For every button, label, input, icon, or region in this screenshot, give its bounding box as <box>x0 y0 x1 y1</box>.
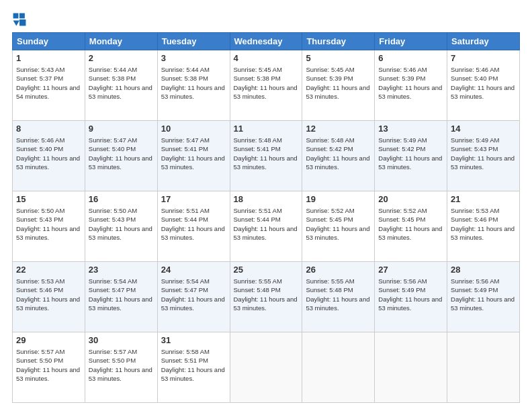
header <box>12 12 520 27</box>
calendar-day-header: Wednesday <box>230 33 302 50</box>
day-number: 11 <box>234 123 299 135</box>
day-number: 7 <box>451 52 516 64</box>
calendar-day-header: Tuesday <box>157 33 230 50</box>
day-number: 27 <box>378 264 443 276</box>
cell-text: Sunrise: 5:46 AMSunset: 5:40 PMDaylight:… <box>451 66 515 101</box>
day-number: 13 <box>378 123 443 135</box>
calendar-cell: 18 Sunrise: 5:51 AMSunset: 5:44 PMDaylig… <box>230 191 302 262</box>
cell-text: Sunrise: 5:56 AMSunset: 5:49 PMDaylight:… <box>451 277 515 312</box>
day-number: 1 <box>16 52 81 64</box>
cell-text: Sunrise: 5:44 AMSunset: 5:38 PMDaylight:… <box>89 66 152 101</box>
day-number: 19 <box>306 193 371 205</box>
cell-text: Sunrise: 5:48 AMSunset: 5:41 PMDaylight:… <box>234 136 298 171</box>
calendar-cell: 30 Sunrise: 5:57 AMSunset: 5:50 PMDaylig… <box>85 332 157 403</box>
day-number: 29 <box>16 334 81 347</box>
calendar-cell: 4 Sunrise: 5:45 AMSunset: 5:38 PMDayligh… <box>230 50 302 121</box>
calendar-cell <box>375 332 447 403</box>
calendar-cell: 2 Sunrise: 5:44 AMSunset: 5:38 PMDayligh… <box>85 50 157 121</box>
cell-text: Sunrise: 5:47 AMSunset: 5:41 PMDaylight:… <box>161 136 225 171</box>
cell-text: Sunrise: 5:45 AMSunset: 5:39 PMDaylight:… <box>306 66 369 101</box>
day-number: 8 <box>16 123 81 135</box>
calendar-cell: 27 Sunrise: 5:56 AMSunset: 5:49 PMDaylig… <box>375 262 447 332</box>
cell-text: Sunrise: 5:55 AMSunset: 5:48 PMDaylight:… <box>306 277 369 312</box>
calendar-week-row: 22 Sunrise: 5:53 AMSunset: 5:46 PMDaylig… <box>13 262 520 332</box>
calendar-cell: 16 Sunrise: 5:50 AMSunset: 5:43 PMDaylig… <box>85 191 157 262</box>
calendar-cell: 5 Sunrise: 5:45 AMSunset: 5:39 PMDayligh… <box>302 50 375 121</box>
cell-text: Sunrise: 5:53 AMSunset: 5:46 PMDaylight:… <box>16 277 80 312</box>
calendar-cell: 7 Sunrise: 5:46 AMSunset: 5:40 PMDayligh… <box>447 50 520 121</box>
day-number: 26 <box>306 264 371 276</box>
calendar-week-row: 15 Sunrise: 5:50 AMSunset: 5:43 PMDaylig… <box>13 191 520 262</box>
cell-text: Sunrise: 5:52 AMSunset: 5:45 PMDaylight:… <box>306 207 369 242</box>
day-number: 25 <box>234 264 299 276</box>
day-number: 3 <box>161 52 226 64</box>
calendar-cell: 24 Sunrise: 5:54 AMSunset: 5:47 PMDaylig… <box>157 262 230 332</box>
calendar-cell: 25 Sunrise: 5:55 AMSunset: 5:48 PMDaylig… <box>230 262 302 332</box>
calendar-cell: 19 Sunrise: 5:52 AMSunset: 5:45 PMDaylig… <box>302 191 375 262</box>
cell-text: Sunrise: 5:57 AMSunset: 5:50 PMDaylight:… <box>16 348 80 383</box>
calendar-cell: 31 Sunrise: 5:58 AMSunset: 5:51 PMDaylig… <box>157 332 230 403</box>
calendar-cell: 29 Sunrise: 5:57 AMSunset: 5:50 PMDaylig… <box>13 332 85 403</box>
calendar-header-row: SundayMondayTuesdayWednesdayThursdayFrid… <box>13 33 520 50</box>
cell-text: Sunrise: 5:49 AMSunset: 5:43 PMDaylight:… <box>451 136 515 171</box>
logo-icon <box>12 12 27 27</box>
calendar-cell: 14 Sunrise: 5:49 AMSunset: 5:43 PMDaylig… <box>447 121 520 191</box>
calendar-cell: 3 Sunrise: 5:44 AMSunset: 5:38 PMDayligh… <box>157 50 230 121</box>
calendar-cell: 9 Sunrise: 5:47 AMSunset: 5:40 PMDayligh… <box>85 121 157 191</box>
day-number: 18 <box>234 193 299 205</box>
calendar-cell: 11 Sunrise: 5:48 AMSunset: 5:41 PMDaylig… <box>230 121 302 191</box>
cell-text: Sunrise: 5:49 AMSunset: 5:42 PMDaylight:… <box>378 136 442 171</box>
cell-text: Sunrise: 5:44 AMSunset: 5:38 PMDaylight:… <box>161 66 225 101</box>
day-number: 28 <box>451 264 516 276</box>
cell-text: Sunrise: 5:58 AMSunset: 5:51 PMDaylight:… <box>161 348 225 383</box>
cell-text: Sunrise: 5:54 AMSunset: 5:47 PMDaylight:… <box>89 277 152 312</box>
cell-text: Sunrise: 5:50 AMSunset: 5:43 PMDaylight:… <box>16 207 80 242</box>
calendar-week-row: 29 Sunrise: 5:57 AMSunset: 5:50 PMDaylig… <box>13 332 520 403</box>
calendar-week-row: 8 Sunrise: 5:46 AMSunset: 5:40 PMDayligh… <box>13 121 520 191</box>
calendar-cell: 15 Sunrise: 5:50 AMSunset: 5:43 PMDaylig… <box>13 191 85 262</box>
calendar-cell: 20 Sunrise: 5:52 AMSunset: 5:45 PMDaylig… <box>375 191 447 262</box>
day-number: 6 <box>378 52 443 64</box>
day-number: 16 <box>89 193 154 205</box>
svg-rect-1 <box>19 13 25 19</box>
day-number: 15 <box>16 193 81 205</box>
day-number: 22 <box>16 264 81 276</box>
day-number: 14 <box>451 123 516 135</box>
calendar-cell: 22 Sunrise: 5:53 AMSunset: 5:46 PMDaylig… <box>13 262 85 332</box>
cell-text: Sunrise: 5:52 AMSunset: 5:45 PMDaylight:… <box>378 207 442 242</box>
calendar-cell: 28 Sunrise: 5:56 AMSunset: 5:49 PMDaylig… <box>447 262 520 332</box>
cell-text: Sunrise: 5:51 AMSunset: 5:44 PMDaylight:… <box>234 207 298 242</box>
day-number: 31 <box>161 334 226 347</box>
calendar-day-header: Sunday <box>13 33 85 50</box>
calendar-day-header: Saturday <box>447 33 520 50</box>
cell-text: Sunrise: 5:46 AMSunset: 5:39 PMDaylight:… <box>378 66 442 101</box>
cell-text: Sunrise: 5:54 AMSunset: 5:47 PMDaylight:… <box>161 277 225 312</box>
day-number: 30 <box>89 334 154 347</box>
cell-text: Sunrise: 5:43 AMSunset: 5:37 PMDaylight:… <box>16 66 80 101</box>
calendar-cell: 13 Sunrise: 5:49 AMSunset: 5:42 PMDaylig… <box>375 121 447 191</box>
calendar-cell: 1 Sunrise: 5:43 AMSunset: 5:37 PMDayligh… <box>13 50 85 121</box>
day-number: 5 <box>306 52 371 64</box>
calendar-cell: 23 Sunrise: 5:54 AMSunset: 5:47 PMDaylig… <box>85 262 157 332</box>
day-number: 17 <box>161 193 226 205</box>
cell-text: Sunrise: 5:55 AMSunset: 5:48 PMDaylight:… <box>234 277 298 312</box>
calendar-cell: 17 Sunrise: 5:51 AMSunset: 5:44 PMDaylig… <box>157 191 230 262</box>
calendar-cell: 26 Sunrise: 5:55 AMSunset: 5:48 PMDaylig… <box>302 262 375 332</box>
cell-text: Sunrise: 5:53 AMSunset: 5:46 PMDaylight:… <box>451 207 515 242</box>
cell-text: Sunrise: 5:45 AMSunset: 5:38 PMDaylight:… <box>234 66 298 101</box>
day-number: 4 <box>234 52 299 64</box>
day-number: 12 <box>306 123 371 135</box>
calendar-table: SundayMondayTuesdayWednesdayThursdayFrid… <box>12 32 520 403</box>
calendar-cell: 21 Sunrise: 5:53 AMSunset: 5:46 PMDaylig… <box>447 191 520 262</box>
logo <box>12 12 30 27</box>
day-number: 9 <box>89 123 154 135</box>
calendar-cell: 6 Sunrise: 5:46 AMSunset: 5:39 PMDayligh… <box>375 50 447 121</box>
svg-rect-3 <box>19 19 26 26</box>
day-number: 20 <box>378 193 443 205</box>
day-number: 23 <box>89 264 154 276</box>
cell-text: Sunrise: 5:50 AMSunset: 5:43 PMDaylight:… <box>89 207 152 242</box>
calendar-cell: 10 Sunrise: 5:47 AMSunset: 5:41 PMDaylig… <box>157 121 230 191</box>
cell-text: Sunrise: 5:46 AMSunset: 5:40 PMDaylight:… <box>16 136 80 171</box>
day-number: 2 <box>89 52 154 64</box>
calendar-day-header: Thursday <box>302 33 375 50</box>
